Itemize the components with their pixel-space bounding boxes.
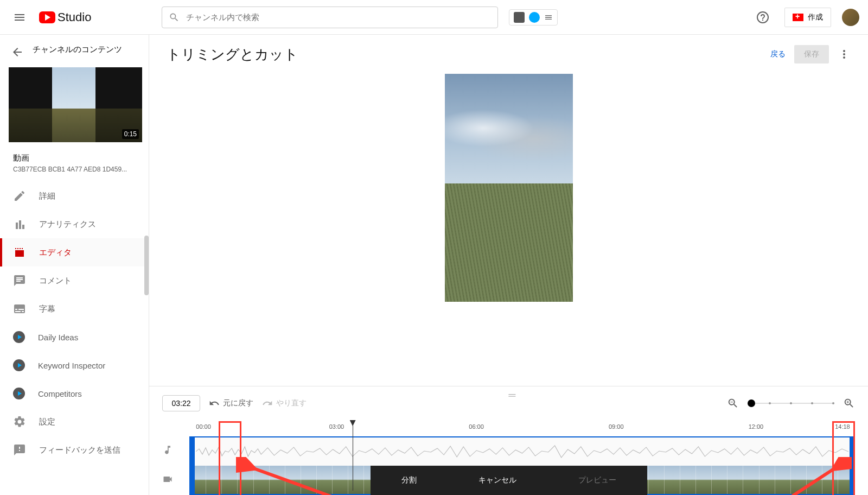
page-title: トリミングとカット — [167, 45, 298, 64]
time-ruler: 00:00 03:00 06:00 09:00 12:00 14:18 — [189, 423, 855, 434]
nav-label: 詳細 — [39, 191, 55, 201]
current-time-input[interactable] — [162, 395, 200, 411]
drag-handle-icon[interactable]: ═ — [509, 390, 515, 401]
playhead[interactable] — [353, 420, 353, 491]
save-button[interactable]: 保存 — [794, 45, 829, 64]
nav-label: エディタ — [39, 248, 72, 258]
sidebar-item-editor[interactable]: エディタ — [0, 238, 149, 266]
redo-button[interactable]: やり直す — [262, 398, 307, 409]
ext-icon — [13, 359, 25, 371]
extension-icons[interactable] — [509, 9, 558, 26]
scrollbar[interactable] — [144, 236, 149, 295]
svg-point-0 — [757, 12, 768, 23]
main-content: トリミングとカット 戻る 保存 元に戻す — [149, 35, 868, 495]
back-link[interactable]: 戻る — [770, 49, 786, 59]
analytics-icon — [13, 218, 26, 231]
feedback-icon — [13, 443, 26, 456]
hamburger-icon — [13, 11, 26, 24]
search-icon — [169, 12, 180, 23]
logo-text: Studio — [58, 10, 91, 24]
back-arrow-button[interactable] — [11, 46, 24, 59]
video-section-label: 動画 — [0, 147, 149, 163]
sidebar-item-feedback[interactable]: フィードバックを送信 — [0, 436, 149, 464]
create-label: 作成 — [808, 12, 823, 22]
subtitles-icon — [13, 302, 26, 315]
video-thumbnail[interactable]: 0:15 — [9, 67, 142, 142]
undo-icon — [209, 398, 220, 409]
user-avatar[interactable] — [842, 9, 859, 26]
trim-handle-left[interactable] — [190, 437, 195, 494]
header: Studio 作成 — [0, 0, 868, 35]
video-preview[interactable] — [445, 74, 573, 302]
sidebar: チャンネルのコンテンツ 0:15 動画 C3B77ECB BCB1 4A77 A… — [0, 35, 149, 495]
hamburger-menu-button[interactable] — [9, 7, 30, 28]
video-preview-area — [149, 74, 868, 386]
channel-content-label: チャンネルのコンテンツ — [33, 43, 122, 55]
zoom-slider-knob[interactable] — [748, 399, 755, 407]
zoom-slider[interactable] — [748, 403, 834, 404]
bottom-action-bar: 分割 キャンセル プレビュー — [371, 466, 647, 495]
trim-handle-right[interactable] — [850, 437, 854, 494]
sidebar-item-keyword-inspector[interactable]: Keyword Inspector — [0, 351, 149, 379]
studio-logo[interactable]: Studio — [39, 10, 91, 24]
split-button[interactable]: 分割 — [401, 475, 417, 485]
gear-icon — [13, 415, 26, 428]
comments-icon — [13, 274, 26, 287]
undo-button[interactable]: 元に戻す — [209, 398, 253, 409]
sidebar-item-comments[interactable]: コメント — [0, 266, 149, 295]
sidebar-item-daily-ideas[interactable]: Daily Ideas — [0, 323, 149, 351]
audio-waveform[interactable] — [190, 437, 854, 466]
zoom-out-icon[interactable] — [727, 397, 739, 409]
nav-label: Daily Ideas — [38, 333, 78, 342]
sidebar-item-details[interactable]: 詳細 — [0, 182, 149, 210]
nav-label: 設定 — [39, 417, 55, 427]
create-camera-icon — [793, 14, 803, 21]
video-id-text: C3B77ECB BCB1 4A77 AED8 1D459... — [0, 163, 149, 182]
youtube-play-icon — [39, 11, 55, 23]
ext-play-icon — [529, 12, 540, 23]
nav-label: 字幕 — [39, 304, 55, 314]
ext-analytics-icon — [514, 12, 525, 23]
zoom-in-icon[interactable] — [843, 397, 855, 409]
nav-label: フィードバックを送信 — [39, 445, 120, 455]
nav-label: アナリティクス — [39, 219, 96, 230]
help-button[interactable] — [752, 7, 774, 28]
video-track-icon — [162, 474, 183, 487]
ext-menu-icon — [544, 13, 553, 22]
preview-button[interactable]: プレビュー — [578, 475, 616, 485]
cancel-button[interactable]: キャンセル — [478, 475, 516, 485]
nav-label: Keyword Inspector — [38, 361, 105, 370]
duration-badge: 0:15 — [122, 129, 139, 139]
audio-track-icon — [162, 445, 183, 458]
sidebar-item-subtitles[interactable]: 字幕 — [0, 295, 149, 323]
search-box[interactable] — [162, 7, 498, 28]
sidebar-item-settings[interactable]: 設定 — [0, 408, 149, 436]
more-vert-icon[interactable] — [838, 48, 851, 61]
sidebar-item-competitors[interactable]: Competitors — [0, 379, 149, 408]
ext-icon — [13, 388, 25, 399]
redo-icon — [262, 398, 273, 409]
nav-label: Competitors — [38, 389, 82, 398]
help-icon — [756, 11, 769, 24]
nav-label: コメント — [39, 276, 72, 286]
search-input[interactable] — [186, 12, 491, 22]
pencil-icon — [13, 189, 26, 202]
editor-icon — [13, 246, 26, 259]
sidebar-item-analytics[interactable]: アナリティクス — [0, 210, 149, 238]
create-button[interactable]: 作成 — [784, 8, 831, 27]
ext-icon — [13, 331, 25, 343]
